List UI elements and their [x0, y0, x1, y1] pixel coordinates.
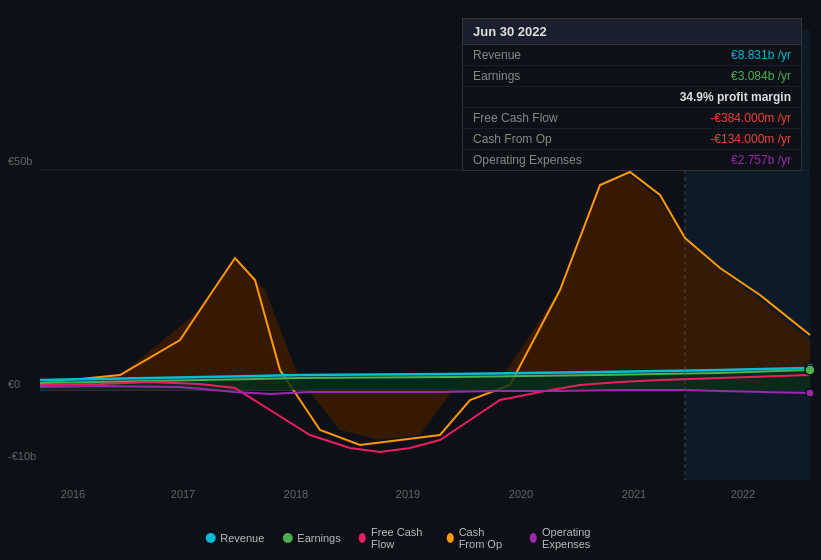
legend-label-fcf: Free Cash Flow	[371, 526, 428, 550]
x-label-2016: 2016	[61, 488, 85, 500]
legend-dot-fcf	[359, 533, 366, 543]
tooltip-label-revenue: Revenue	[473, 48, 603, 62]
tooltip-label-opex: Operating Expenses	[473, 153, 603, 167]
svg-point-8	[806, 389, 814, 397]
tooltip-label-fcf: Free Cash Flow	[473, 111, 603, 125]
tooltip-row-revenue: Revenue €8.831b /yr	[463, 45, 801, 66]
legend-dot-cashfromop	[446, 533, 453, 543]
tooltip-row-fcf: Free Cash Flow -€384.000m /yr	[463, 108, 801, 129]
tooltip-row-cashfromop: Cash From Op -€134.000m /yr	[463, 129, 801, 150]
legend: Revenue Earnings Free Cash Flow Cash Fro…	[205, 526, 616, 550]
tooltip-row-profit-margin: 34.9% profit margin	[463, 87, 801, 108]
chart-container: Jun 30 2022 Revenue €8.831b /yr Earnings…	[0, 0, 821, 560]
legend-item-opex: Operating Expenses	[530, 526, 616, 550]
tooltip-box: Jun 30 2022 Revenue €8.831b /yr Earnings…	[462, 18, 802, 171]
tooltip-header: Jun 30 2022	[463, 19, 801, 45]
tooltip-value-profit-margin: 34.9% profit margin	[680, 90, 791, 104]
legend-label-cashfromop: Cash From Op	[459, 526, 512, 550]
x-label-2017: 2017	[171, 488, 195, 500]
x-label-2019: 2019	[396, 488, 420, 500]
x-label-2018: 2018	[284, 488, 308, 500]
tooltip-value-fcf: -€384.000m /yr	[710, 111, 791, 125]
legend-dot-earnings	[282, 533, 292, 543]
legend-item-fcf: Free Cash Flow	[359, 526, 429, 550]
tooltip-row-earnings: Earnings €3.084b /yr	[463, 66, 801, 87]
legend-label-revenue: Revenue	[220, 532, 264, 544]
legend-dot-opex	[530, 533, 537, 543]
x-label-2022: 2022	[731, 488, 755, 500]
tooltip-value-earnings: €3.084b /yr	[731, 69, 791, 83]
y-label-zero: €0	[8, 378, 20, 390]
legend-label-earnings: Earnings	[297, 532, 340, 544]
legend-item-cashfromop: Cash From Op	[446, 526, 511, 550]
tooltip-value-revenue: €8.831b /yr	[731, 48, 791, 62]
y-label-top: €50b	[8, 155, 32, 167]
legend-label-opex: Operating Expenses	[542, 526, 616, 550]
tooltip-value-cashfromop: -€134.000m /yr	[710, 132, 791, 146]
tooltip-value-opex: €2.757b /yr	[731, 153, 791, 167]
x-label-2021: 2021	[622, 488, 646, 500]
legend-item-revenue: Revenue	[205, 532, 264, 544]
tooltip-label-earnings: Earnings	[473, 69, 603, 83]
legend-item-earnings: Earnings	[282, 532, 340, 544]
tooltip-label-cashfromop: Cash From Op	[473, 132, 603, 146]
x-label-2020: 2020	[509, 488, 533, 500]
tooltip-row-opex: Operating Expenses €2.757b /yr	[463, 150, 801, 170]
legend-dot-revenue	[205, 533, 215, 543]
svg-point-7	[805, 365, 815, 375]
y-label-bottom: -€10b	[8, 450, 36, 462]
